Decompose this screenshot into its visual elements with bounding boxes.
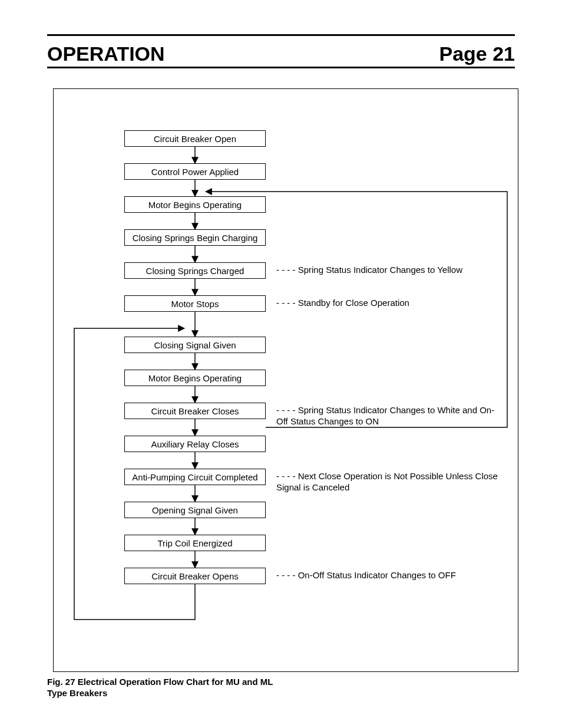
note-breaker-opens: - - - - On-Off Status Indicator Changes … — [276, 570, 500, 581]
step-motor-begins-operating-2: Motor Begins Operating — [124, 370, 266, 386]
step-control-power-applied: Control Power Applied — [124, 163, 266, 180]
page: OPERATION Page 21 — [0, 0, 562, 728]
header-underline — [47, 67, 515, 68]
figure-caption: Fig. 27 Electrical Operation Flow Chart … — [47, 677, 283, 699]
figure-frame: Circuit Breaker Open Control Power Appli… — [53, 88, 518, 672]
note-springs-charged: - - - - Spring Status Indicator Changes … — [276, 265, 500, 276]
note-text: Spring Status Indicator Changes to Yello… — [298, 265, 462, 275]
section-title: OPERATION — [47, 42, 165, 65]
dash-leader-icon: - - - - — [276, 405, 295, 415]
note-breaker-closes: - - - - Spring Status Indicator Changes … — [276, 405, 500, 427]
note-text: Standby for Close Operation — [298, 298, 409, 308]
step-circuit-breaker-open: Circuit Breaker Open — [124, 130, 266, 147]
step-closing-springs-begin-charging: Closing Springs Begin Charging — [124, 229, 266, 246]
dash-leader-icon: - - - - — [276, 298, 295, 308]
step-circuit-breaker-closes: Circuit Breaker Closes — [124, 403, 266, 419]
dash-leader-icon: - - - - — [276, 471, 295, 481]
dash-leader-icon: - - - - — [276, 570, 295, 580]
step-motor-stops: Motor Stops — [124, 295, 266, 312]
step-auxiliary-relay-closes: Auxiliary Relay Closes — [124, 436, 266, 452]
note-text: Next Close Operation is Not Possible Unl… — [276, 471, 498, 492]
step-opening-signal-given: Opening Signal Given — [124, 502, 266, 518]
step-trip-coil-energized: Trip Coil Energized — [124, 535, 266, 551]
step-closing-signal-given: Closing Signal Given — [124, 337, 266, 353]
flowchart-svg — [54, 89, 519, 673]
step-circuit-breaker-opens: Circuit Breaker Opens — [124, 568, 266, 584]
page-number: Page 21 — [439, 42, 515, 65]
step-motor-begins-operating-1: Motor Begins Operating — [124, 196, 266, 213]
dash-leader-icon: - - - - — [276, 265, 295, 275]
top-rule — [47, 34, 515, 36]
note-anti-pumping: - - - - Next Close Operation is Not Poss… — [276, 471, 500, 493]
note-text: Spring Status Indicator Changes to White… — [276, 405, 494, 426]
note-text: On-Off Status Indicator Changes to OFF — [298, 570, 456, 580]
step-closing-springs-charged: Closing Springs Charged — [124, 262, 266, 279]
step-anti-pumping-completed: Anti-Pumping Circuit Completed — [124, 469, 266, 485]
note-motor-stops: - - - - Standby for Close Operation — [276, 298, 500, 309]
